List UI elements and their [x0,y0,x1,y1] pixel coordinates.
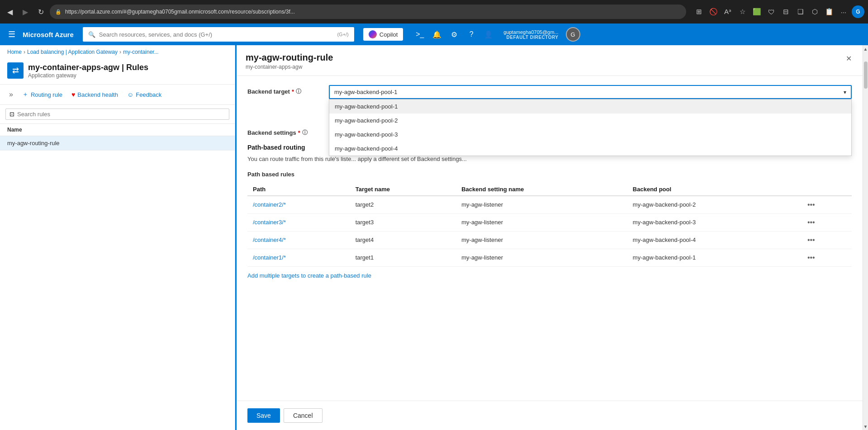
target-name-1: target2 [350,196,456,214]
profile-icon[interactable]: ⬡ [808,5,821,18]
backend-health-button[interactable]: ♥ Backend health [68,89,122,100]
dropdown-option-1[interactable]: my-agw-backend-pool-1 [329,99,851,113]
backend-pool-1: my-agw-backend-pool-2 [627,196,800,214]
address-bar[interactable]: 🔒 https://portal.azure.com/#@guptamegha0… [50,5,686,19]
hamburger-menu[interactable]: ☰ [5,28,18,41]
dropdown-option-2[interactable]: my-agw-backend-pool-2 [329,113,851,128]
target-name-3: target4 [350,231,456,249]
layout-icon[interactable]: ⊟ [779,5,792,18]
copilot-button[interactable]: Copilot [363,28,403,41]
row-actions-3[interactable]: ••• [806,235,817,245]
rule-name: my-agw-routing-rule [7,140,60,146]
breadcrumb-sep-1: › [24,49,25,55]
read-aloud-icon[interactable]: Aᵃ [721,5,734,18]
user-email: guptamegha0705@gm... [503,29,558,35]
forward-button[interactable]: ▶ [19,5,32,18]
selected-value: my-agw-backend-pool-1 [334,89,397,95]
scroll-up-button[interactable]: ▲ [863,45,868,52]
tab-manager-icon[interactable]: ⊞ [693,5,705,18]
url-text: https://portal.azure.com/#@guptamegha070… [65,9,681,15]
refresh-button[interactable]: ↻ [34,5,47,18]
required-indicator: * [292,88,294,95]
dropdown-option-4[interactable]: my-agw-backend-pool-4 [329,142,851,156]
notifications-icon[interactable]: 🔔 [429,27,445,42]
panel-title: my-agw-routing-rule [246,52,333,63]
panel-footer: Save Cancel [237,401,863,430]
panel-subtitle: my-container-apps-agw [246,64,333,70]
terminal-icon[interactable]: >_ [412,27,427,42]
settings-icon[interactable]: ⚙ [446,27,462,42]
scrollbar-thumb[interactable] [864,61,868,89]
dropdown-option-3[interactable]: my-agw-backend-pool-3 [329,128,851,142]
breadcrumb-home[interactable]: Home [7,49,22,55]
path-link-4[interactable]: /container1/* [253,254,286,261]
row-actions-4[interactable]: ••• [806,253,817,263]
row-actions-2[interactable]: ••• [806,217,817,227]
breadcrumb-lb[interactable]: Load balancing | Application Gateway [27,49,118,55]
copilot-label: Copilot [379,31,398,38]
global-search[interactable]: 🔍 (G+/) [83,27,354,42]
routing-rule-button[interactable]: ＋ Routing rule [19,88,66,101]
sidebar-icon[interactable]: ❏ [794,5,806,18]
favorites-icon[interactable]: ☆ [736,5,749,18]
browser-avatar[interactable]: G [852,5,864,18]
panel-title-area: my-agw-routing-rule my-container-apps-ag… [246,52,333,70]
add-targets-link[interactable]: Add multiple targets to create a path-ba… [247,272,371,279]
table-row: /container1/* target1 my-agw-listener my… [247,249,852,266]
help-icon[interactable]: ? [464,27,479,42]
backend-settings-label: Backend settings * ⓘ [247,126,320,137]
search-shortcut: (G+/) [337,32,348,37]
close-button[interactable]: ✕ [844,52,854,65]
copilot-icon [369,30,377,38]
feedback-button[interactable]: ☺ Feedback [123,89,165,100]
main-container: Home › Load balancing | Application Gate… [0,45,868,430]
dropdown-menu: my-agw-backend-pool-1 my-agw-backend-poo… [329,99,852,156]
required-indicator-2: * [298,129,300,136]
backend-target-control: my-agw-backend-pool-1 ▾ my-agw-backend-p… [329,85,852,99]
shield-icon[interactable]: 🛡 [765,5,778,18]
backend-setting-2: my-agw-listener [456,213,627,231]
col-pool: Backend pool [627,183,800,196]
col-target: Target name [350,183,456,196]
cancel-button[interactable]: Cancel [284,408,323,423]
search-input[interactable] [17,111,225,118]
azure-logo: Microsoft Azure [23,31,74,38]
backend-dropdown[interactable]: my-agw-backend-pool-1 ▾ [329,85,852,99]
target-name-4: target1 [350,249,456,266]
back-button[interactable]: ◀ [4,5,16,18]
backend-dropdown-container: my-agw-backend-pool-1 ▾ my-agw-backend-p… [329,85,852,99]
scroll-down-button[interactable]: ▼ [863,423,868,430]
col-setting: Backend setting name [456,183,627,196]
resource-subtitle: Application gateway [28,72,148,79]
no-track-icon[interactable]: 🚫 [707,5,720,18]
col-actions [800,183,852,196]
info-icon[interactable]: ⓘ [296,88,301,95]
backend-health-label: Backend health [77,91,118,98]
row-actions-1[interactable]: ••• [806,200,817,210]
more-icon[interactable]: ··· [837,5,850,18]
routing-rule-label: Routing rule [31,91,62,98]
breadcrumb-container[interactable]: my-container... [123,49,159,55]
extension-icon[interactable]: 🟩 [750,5,763,18]
path-link-1[interactable]: /container2/* [253,201,286,208]
search-input[interactable] [99,31,334,38]
collections-icon[interactable]: 📋 [823,5,835,18]
right-scrollbar: ▲ ▼ [863,45,868,430]
browser-chrome: ◀ ▶ ↻ 🔒 https://portal.azure.com/#@gupta… [0,0,868,24]
account-icon[interactable]: 👤 [481,27,496,42]
user-avatar[interactable]: G [566,27,580,42]
azure-user-info: guptamegha0705@gm... DEFAULT DIRECTORY [503,29,558,40]
collapse-button[interactable]: » [5,89,17,100]
path-link-2[interactable]: /container3/* [253,219,286,226]
backend-setting-4: my-agw-listener [456,249,627,266]
info-icon-2[interactable]: ⓘ [302,129,308,137]
rule-row[interactable]: my-agw-routing-rule [0,136,235,151]
feedback-label: Feedback [136,91,161,98]
table-row: /container4/* target4 my-agw-listener my… [247,231,852,249]
path-rules-table: Path Target name Backend setting name Ba… [247,183,852,267]
search-icon: 🔍 [88,31,95,38]
path-link-3[interactable]: /container4/* [253,236,286,243]
save-button[interactable]: Save [247,408,280,423]
path-routing-section: Path-based routing You can route traffic… [247,144,852,279]
feedback-icon: ☺ [127,91,133,98]
